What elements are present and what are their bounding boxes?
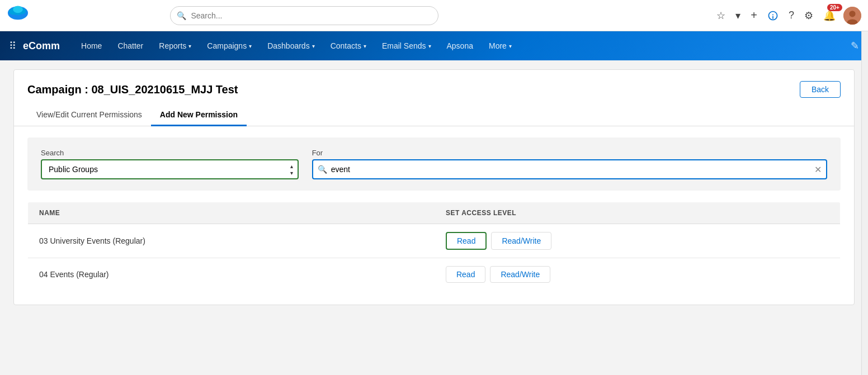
tabs: View/Edit Current Permissions Add New Pe… <box>14 105 854 126</box>
row-2-read-button[interactable]: Read <box>446 266 485 283</box>
email-sends-caret: ▾ <box>428 43 431 49</box>
top-icons: ☆ ▾ + ? ⚙ 🔔 20+ <box>714 7 861 25</box>
row-1-actions: Read Read/Write <box>435 224 841 258</box>
add-button[interactable]: + <box>748 7 760 24</box>
row-2-buttons: Read Read/Write <box>446 266 829 283</box>
row-1-readwrite-button[interactable]: Read/Write <box>491 232 551 250</box>
search-field: Search Public Groups ▴ ▾ <box>41 149 299 179</box>
tab-add-new-permission[interactable]: Add New Permission <box>151 105 247 126</box>
contacts-caret: ▾ <box>364 43 366 49</box>
salesforce-icon-button[interactable] <box>765 8 781 23</box>
page-title: Campaign : 08_UIS_20210615_MJJ Test <box>27 83 238 96</box>
app-name: eComm <box>23 40 60 52</box>
for-search-icon: 🔍 <box>318 165 327 174</box>
nav-apsona[interactable]: Apsona <box>439 31 481 60</box>
star-button[interactable]: ☆ <box>714 7 728 24</box>
row-1-buttons: Read Read/Write <box>446 232 829 250</box>
nav-bar: ⠿ eComm Home Chatter Reports ▾ Campaigns… <box>0 31 868 60</box>
search-label: Search <box>41 149 299 157</box>
nav-campaigns[interactable]: Campaigns ▾ <box>199 31 260 60</box>
user-avatar[interactable] <box>843 7 861 25</box>
nav-contacts[interactable]: Contacts ▾ <box>323 31 374 60</box>
nav-more[interactable]: More ▾ <box>481 31 520 60</box>
col-name: NAME <box>28 202 435 224</box>
nav-email-sends[interactable]: Email Sends ▾ <box>374 31 439 60</box>
results-table: NAME SET ACCESS LEVEL 03 University Even… <box>27 202 841 291</box>
search-select-wrap: Public Groups ▴ ▾ <box>41 159 299 179</box>
table-row: 03 University Events (Regular) Read Read… <box>28 224 841 258</box>
grid-icon[interactable]: ⠿ <box>9 40 16 52</box>
results-section: NAME SET ACCESS LEVEL 03 University Even… <box>27 202 841 291</box>
global-search: 🔍 <box>170 6 438 25</box>
table-row: 04 Events (Regular) Read Read/Write <box>28 258 841 291</box>
nav-home[interactable]: Home <box>73 31 110 60</box>
tab-view-edit-permissions[interactable]: View/Edit Current Permissions <box>27 105 151 126</box>
search-row: Search Public Groups ▴ ▾ For 🔍 ✕ <box>41 149 827 179</box>
row-1-read-button[interactable]: Read <box>446 232 487 250</box>
notification-count: 20+ <box>827 4 842 11</box>
nav-edit-icon[interactable]: ✎ <box>851 40 859 52</box>
more-caret: ▾ <box>509 43 512 49</box>
table-header-row: NAME SET ACCESS LEVEL <box>28 202 841 224</box>
settings-button[interactable]: ⚙ <box>802 7 815 24</box>
clear-icon[interactable]: ✕ <box>814 164 822 175</box>
search-select[interactable]: Public Groups <box>41 159 299 179</box>
row-2-actions: Read Read/Write <box>435 258 841 291</box>
for-field: For 🔍 ✕ <box>312 149 827 179</box>
svg-point-6 <box>13 6 23 13</box>
search-section: Search Public Groups ▴ ▾ For 🔍 ✕ <box>27 137 841 191</box>
dashboards-caret: ▾ <box>312 43 315 49</box>
main-content: Campaign : 08_UIS_20210615_MJJ Test Back… <box>13 69 855 305</box>
for-input[interactable] <box>312 159 827 179</box>
scrollbar[interactable] <box>861 0 868 314</box>
row-2-name: 04 Events (Regular) <box>28 258 435 291</box>
help-button[interactable]: ? <box>786 7 796 23</box>
nav-items: Home Chatter Reports ▾ Campaigns ▾ Dashb… <box>73 31 520 60</box>
notifications[interactable]: 🔔 20+ <box>821 7 838 24</box>
search-input[interactable] <box>170 6 438 25</box>
row-2-readwrite-button[interactable]: Read/Write <box>490 266 550 283</box>
for-input-wrap: 🔍 ✕ <box>312 159 827 179</box>
page-header: Campaign : 08_UIS_20210615_MJJ Test Back <box>14 70 854 98</box>
search-icon: 🔍 <box>177 11 186 20</box>
nav-reports[interactable]: Reports ▾ <box>151 31 199 60</box>
svg-point-8 <box>849 11 855 17</box>
dropdown-arrow-button[interactable]: ▾ <box>733 7 743 24</box>
nav-chatter[interactable]: Chatter <box>110 31 151 60</box>
for-label: For <box>312 149 827 157</box>
nav-dashboards[interactable]: Dashboards ▾ <box>260 31 323 60</box>
campaigns-caret: ▾ <box>249 43 252 49</box>
top-bar: 🔍 ☆ ▾ + ? ⚙ 🔔 20+ <box>0 0 868 31</box>
row-1-name: 03 University Events (Regular) <box>28 224 435 258</box>
back-button[interactable]: Back <box>800 81 841 98</box>
reports-caret: ▾ <box>188 43 191 49</box>
col-access-level: SET ACCESS LEVEL <box>435 202 841 224</box>
salesforce-logo[interactable] <box>7 4 29 27</box>
